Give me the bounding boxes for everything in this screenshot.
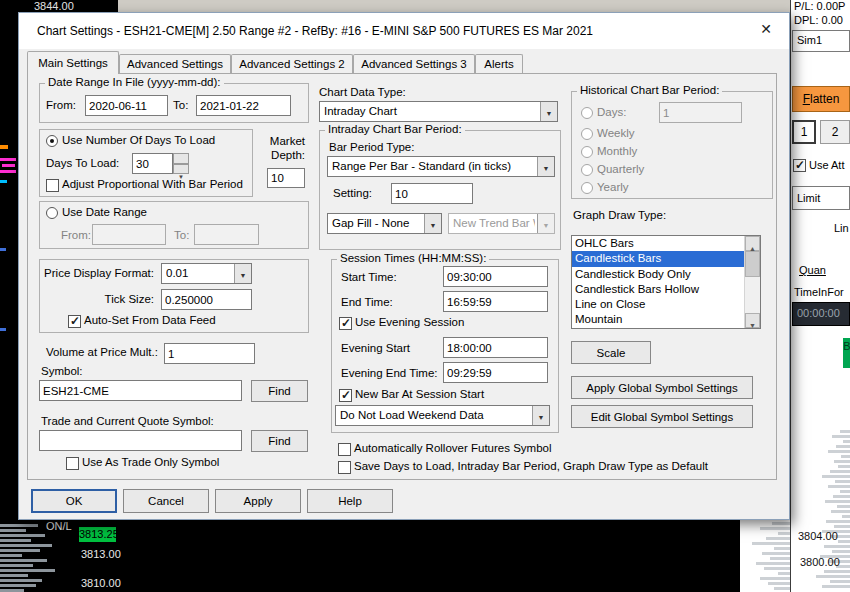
use-date-range-radio[interactable] [46,207,58,219]
study-mark-magenta [2,164,15,167]
list-item[interactable]: Mountain [572,312,744,327]
chevron-down-icon[interactable] [424,214,441,233]
days-to-load-input[interactable] [132,153,173,174]
use-days-radio-label: Use Number Of Days To Load [62,134,215,146]
trade-symbol-find-button[interactable]: Find [251,430,308,452]
price-display-format-value: 0.01 [166,267,232,279]
list-item[interactable]: Line on Close [572,297,744,312]
chevron-down-icon[interactable] [532,406,549,425]
chevron-down-icon[interactable] [234,264,251,283]
symbol-input[interactable] [39,380,242,401]
yearly-radio [581,182,593,194]
spinner-up-icon[interactable] [173,153,189,164]
setting-input[interactable] [391,183,473,204]
chart-data-type-value: Intraday Chart [324,105,538,117]
scrollbar-up-icon[interactable] [745,236,760,251]
cancel-button[interactable]: Cancel [123,489,209,513]
autoset-checkbox[interactable] [68,315,81,328]
order-type-select[interactable]: Limit [792,186,850,210]
scrollbar-thumb[interactable] [745,251,760,277]
new-trend-bar-select: New Trend Bar W [448,213,555,234]
evening-end-input[interactable] [443,362,548,383]
buy-button[interactable]: B [843,338,850,368]
weekly-label: Weekly [597,127,635,139]
gap-fill-value: Gap Fill - None [332,217,422,229]
new-bar-checkbox[interactable] [339,389,352,402]
trade-only-checkbox[interactable] [66,457,79,470]
graph-draw-type-listbox[interactable]: OHLC Bars Candlestick Bars Candlestick B… [571,235,761,329]
price-scale-label: 3804.00 [798,530,838,542]
tab-advanced-settings-3[interactable]: Advanced Settings 3 [353,54,475,73]
help-button[interactable]: Help [307,489,393,513]
apply-button[interactable]: Apply [215,489,301,513]
chevron-down-icon[interactable] [537,157,554,176]
chevron-down-icon[interactable] [540,102,557,121]
use-att-checkbox[interactable] [793,159,806,172]
tick-size-input[interactable] [161,289,252,310]
scrollbar-down-icon[interactable] [745,313,760,328]
price-scale-label: 3810.00 [81,577,121,589]
study-mark-blue [0,248,6,251]
trade-symbol-label: Trade and Current Quote Symbol: [41,415,214,427]
close-icon[interactable]: ✕ [755,21,777,41]
price-scale-label: 3813.00 [81,548,121,560]
price-scale-label: 3800.00 [800,556,840,568]
chart-data-type-label: Chart Data Type: [319,86,406,98]
chart-data-type-select[interactable]: Intraday Chart [319,101,558,122]
days-spinner[interactable] [173,153,189,174]
symbol-find-button[interactable]: Find [251,380,308,402]
scale-button[interactable]: Scale [571,341,651,364]
adjust-proportional-checkbox[interactable] [46,179,59,192]
list-item[interactable]: Candlestick Body Only [572,267,744,282]
tab-main-settings[interactable]: Main Settings [27,51,119,74]
dialog-titlebar[interactable]: Chart Settings - ESH21-CME[M] 2.50 Range… [19,13,789,49]
yearly-label: Yearly [597,181,629,193]
apply-global-button[interactable]: Apply Global Symbol Settings [571,376,753,399]
flatten-button[interactable]: Flatten [792,86,850,112]
tab-alerts[interactable]: Alerts [475,54,523,73]
rollover-checkbox[interactable] [338,443,351,456]
weekend-data-select[interactable]: Do Not Load Weekend Data [335,405,550,426]
tab-advanced-settings[interactable]: Advanced Settings [119,54,231,73]
list-item-selected[interactable]: Candlestick Bars [572,251,744,266]
use-days-radio[interactable] [46,135,58,147]
save-default-label: Save Days to Load, Intraday Bar Period, … [354,460,708,472]
chart-settings-dialog: Chart Settings - ESH21-CME[M] 2.50 Range… [18,12,790,520]
volume-at-price-input[interactable] [164,343,255,364]
account-selector[interactable]: Sim1 [792,30,850,52]
scrollbar[interactable] [744,236,760,328]
tick-size-label: Tick Size: [105,293,154,305]
to-date-input[interactable] [196,95,291,116]
tif-label: TimeInFor [794,286,844,298]
ok-button[interactable]: OK [31,489,117,513]
price-scale-strip [740,520,790,592]
start-time-input[interactable] [443,266,548,287]
volume-at-price-label: Volume at Price Mult.: [46,346,158,358]
bar-period-type-select[interactable]: Range Per Bar - Standard (in ticks) [327,156,555,177]
bar-period-type-label: Bar Period Type: [329,141,414,153]
end-time-input[interactable] [443,291,548,312]
market-depth-label: Market Depth: [249,134,305,162]
evening-start-input[interactable] [443,337,548,358]
dialog-title: Chart Settings - ESH21-CME[M] 2.50 Range… [37,24,593,38]
quantity-tab-1[interactable]: 1 [792,120,816,144]
edit-global-button[interactable]: Edit Global Symbol Settings [571,405,753,428]
quantity-tab-2[interactable]: 2 [820,120,850,144]
price-display-format-select[interactable]: 0.01 [161,263,252,284]
quantity-label[interactable]: Quan [799,264,826,276]
evening-session-checkbox[interactable] [339,317,352,330]
list-item[interactable]: Candlestick Bars Hollow [572,282,744,297]
trade-symbol-input[interactable] [39,430,242,451]
volume-profile-histogram [0,524,60,592]
trade-panel: P/L: 0.00P DPL: 0.00 Sim1 Flatten 1 2 Us… [790,0,850,592]
end-time-label: End Time: [341,296,393,308]
gap-fill-select[interactable]: Gap Fill - None [327,213,442,234]
range-to-input [194,224,259,245]
from-date-input[interactable] [85,95,168,116]
list-item[interactable]: OHLC Bars [572,236,744,251]
spinner-down-icon[interactable] [173,164,189,175]
tab-advanced-settings-2[interactable]: Advanced Settings 2 [231,54,353,73]
study-mark-cyan [0,180,7,183]
save-default-checkbox[interactable] [338,461,351,474]
market-depth-input[interactable] [267,168,305,188]
